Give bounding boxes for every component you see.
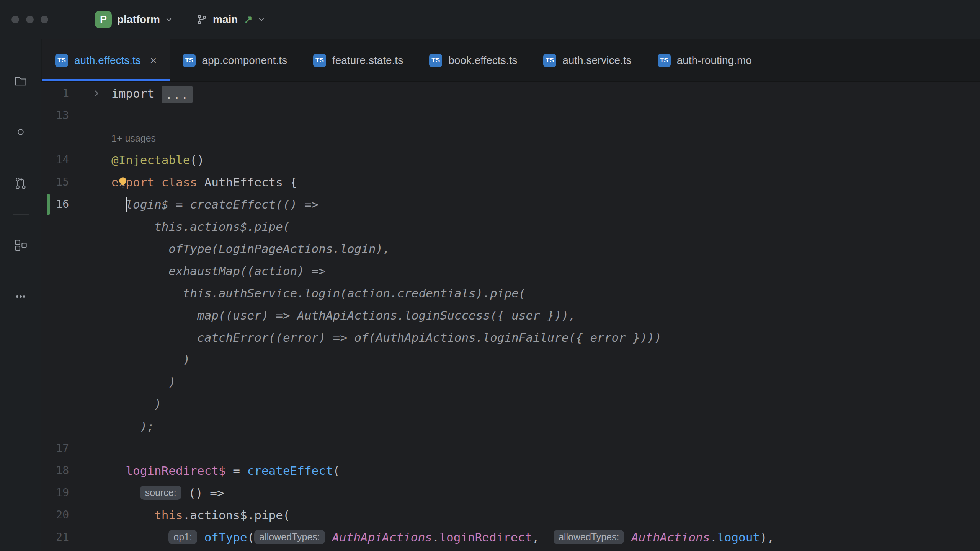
minimize-window-button[interactable]	[26, 16, 34, 23]
code-line[interactable]: 16 login$ = createEffect(() =>	[41, 193, 980, 215]
code-token: logout	[717, 530, 760, 544]
line-number[interactable]: 19	[41, 482, 69, 504]
code-text: loginRedirect$ = createEffect(	[111, 460, 340, 482]
inlay-hint[interactable]: op1:	[168, 530, 197, 544]
code-token: ()	[190, 153, 204, 167]
gutter-fold-column	[69, 349, 111, 371]
code-line[interactable]: 17	[41, 437, 980, 460]
gutter-fold-column	[69, 260, 111, 282]
code-text: export class AuthEffects {	[111, 171, 297, 193]
gutter-fold-column	[69, 104, 111, 127]
code-line[interactable]: 14@Injectable()	[41, 149, 980, 171]
code-text: )	[111, 349, 190, 371]
code-token: @Injectable	[111, 153, 190, 167]
tab-bar: TSauth.effects.ts×TSapp.component.tsTSfe…	[41, 39, 980, 82]
code-line[interactable]: );	[41, 415, 980, 437]
code-token: )	[111, 353, 190, 367]
code-token: loginRedirect$	[126, 464, 225, 478]
code-token: AuthApiActions	[332, 530, 432, 544]
code-token: ),	[760, 530, 774, 544]
code-text: login$ = createEffect(() =>	[111, 193, 318, 215]
code-line[interactable]: exhaustMap((action) =>	[41, 260, 980, 282]
code-line[interactable]: 19 source: () =>	[41, 482, 980, 504]
code-line[interactable]: ofType(LoginPageActions.login),	[41, 238, 980, 260]
code-line[interactable]: )	[41, 371, 980, 393]
line-number[interactable]: 18	[41, 460, 69, 482]
zoom-window-button[interactable]	[41, 16, 48, 23]
fold-chevron-icon[interactable]	[92, 89, 100, 98]
code-token: loginRedirect	[439, 530, 532, 544]
gutter-fold-column	[69, 326, 111, 349]
close-tab-icon[interactable]: ×	[150, 55, 157, 66]
code-token: AuthActions	[631, 530, 710, 544]
code-token: exhaustMap((action) =>	[111, 264, 326, 278]
project-tool-button[interactable]	[8, 70, 34, 91]
code-line[interactable]: 15export class AuthEffects {	[41, 171, 980, 193]
code-line[interactable]: 21 op1: ofType(allowedTypes: AuthApiActi…	[41, 526, 980, 548]
tab-book-effects-ts[interactable]: TSbook.effects.ts	[416, 39, 530, 81]
inlay-hint[interactable]: allowedTypes:	[254, 530, 325, 544]
code-line[interactable]: 13	[41, 104, 980, 127]
tab-feature-state-ts[interactable]: TSfeature.state.ts	[300, 39, 416, 81]
structure-tool-button[interactable]	[8, 235, 34, 256]
code-line[interactable]: 1import ...	[41, 82, 980, 104]
code-line[interactable]: 20 this.actions$.pipe(	[41, 504, 980, 526]
inlay-hint[interactable]: source:	[140, 486, 181, 500]
project-selector[interactable]: P platform	[88, 7, 179, 32]
line-number[interactable]: 14	[41, 149, 69, 171]
code-line[interactable]: )	[41, 393, 980, 415]
line-number[interactable]: 16	[41, 193, 69, 215]
code-text: op1: ofType(allowedTypes: AuthApiActions…	[111, 526, 774, 548]
code-text: this.actions$.pipe(	[111, 504, 290, 526]
tab-app-component-ts[interactable]: TSapp.component.ts	[170, 39, 300, 81]
code-token: ofType(LoginPageActions.login),	[111, 242, 390, 256]
line-number[interactable]: 20	[41, 504, 69, 526]
close-window-button[interactable]	[11, 16, 19, 23]
code-token: =	[226, 464, 247, 478]
gutter-fold-column	[69, 215, 111, 238]
tab-auth-effects-ts[interactable]: TSauth.effects.ts×	[42, 39, 170, 81]
window-controls	[0, 16, 64, 23]
usages-hint-row[interactable]: 1+ usages	[41, 127, 980, 149]
code-token	[325, 530, 332, 544]
structure-icon	[14, 238, 28, 252]
line-number[interactable]: 21	[41, 526, 69, 548]
code-line[interactable]: this.authService.login(action.credential…	[41, 282, 980, 304]
commit-tool-button[interactable]	[8, 121, 34, 143]
vcs-change-marker[interactable]	[47, 194, 50, 215]
code-line[interactable]: )	[41, 349, 980, 371]
gutter-fold-column	[69, 437, 111, 460]
tab-label: app.component.ts	[202, 54, 287, 67]
more-tool-windows-button[interactable]	[8, 286, 34, 307]
editor-code[interactable]: 1import ...131+ usages14@Injectable()15e…	[41, 82, 980, 551]
inlay-hint[interactable]: allowedTypes:	[554, 530, 624, 544]
folded-code-placeholder[interactable]: ...	[162, 86, 193, 103]
code-text: map((user) => AuthApiActions.loginSucces…	[111, 304, 576, 326]
usages-hint[interactable]: 1+ usages	[111, 133, 156, 143]
stripe-divider	[13, 214, 29, 215]
code-line[interactable]: catchError((error) => of(AuthApiActions.…	[41, 326, 980, 349]
code-line[interactable]: map((user) => AuthApiActions.loginSucces…	[41, 304, 980, 326]
code-text: this.authService.login(action.credential…	[111, 282, 526, 304]
code-token: (	[333, 464, 340, 478]
intention-bulb-icon[interactable]	[116, 176, 129, 189]
commit-icon	[14, 125, 28, 139]
line-number[interactable]: 13	[41, 104, 69, 127]
tab-auth-service-ts[interactable]: TSauth.service.ts	[530, 39, 645, 81]
ide-window: P platform main ↗	[0, 0, 980, 551]
typescript-file-icon: TS	[183, 54, 196, 67]
line-number[interactable]: 15	[41, 171, 69, 193]
branch-selector[interactable]: main ↗	[189, 10, 272, 29]
code-token: )	[111, 375, 176, 389]
line-number[interactable]: 1	[41, 82, 69, 104]
gutter-fold-column	[69, 238, 111, 260]
code-token: AuthEffects {	[204, 175, 297, 189]
code-line[interactable]: this.actions$.pipe(	[41, 215, 980, 238]
tab-auth-routing-mo[interactable]: TSauth-routing.mo	[645, 39, 765, 81]
code-token: createEffect	[247, 464, 333, 478]
line-number[interactable]: 17	[41, 437, 69, 460]
gutter-fold-column	[69, 282, 111, 304]
gutter-fold-column	[69, 193, 111, 215]
pull-requests-tool-button[interactable]	[8, 173, 34, 194]
code-line[interactable]: 18 loginRedirect$ = createEffect(	[41, 460, 980, 482]
